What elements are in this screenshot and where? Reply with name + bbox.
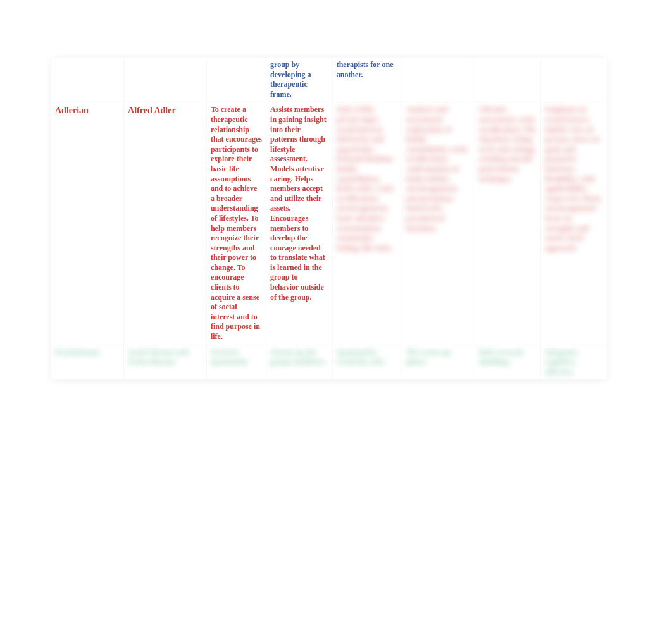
document-page: group by developing a therapeutic frame.… (51, 57, 607, 380)
table-row: Adlerian Alfred Adler To create a therap… (51, 102, 607, 345)
cell: therapists for one another. (332, 58, 402, 102)
cell: group by developing a therapeutic frame. (266, 58, 333, 102)
blurred-cell: To foster spontaneity (206, 345, 266, 380)
cell (475, 58, 541, 102)
blurred-cell: Analysis and assessment; exploration of … (402, 102, 475, 345)
blurred-cell: The warm-up phase; (402, 345, 475, 380)
blurred-cell: Spontaneity; creativity; tele; (332, 345, 402, 380)
blurred-cell: Warms up the group; facilitates (266, 345, 333, 380)
blurred-cell: Lifestyle assessment; early recollection… (475, 102, 541, 345)
blurred-cell: Role reversal; doubling; (475, 345, 541, 380)
blurred-cell: Emphasis on social factors; holistic vie… (541, 102, 607, 345)
cell (402, 58, 475, 102)
theories-table: group by developing a therapeutic frame.… (51, 57, 607, 380)
cell (124, 58, 207, 102)
table-row: group by developing a therapeutic frame.… (51, 58, 607, 102)
table-row: Psychodrama Jacob Moreno and Zerka Moren… (51, 345, 607, 380)
theory-name: Adlerian (51, 102, 124, 345)
cell (206, 58, 266, 102)
cell: To create a therapeutic relationship tha… (206, 102, 266, 345)
blurred-cell: Jacob Moreno and Zerka Moreno (124, 345, 207, 380)
theorist-name: Alfred Adler (124, 102, 207, 345)
cell: Assists members in gaining insight into … (266, 102, 333, 345)
blurred-cell: Style of life; private logic; social int… (332, 102, 402, 345)
blurred-cell: Psychodrama (51, 345, 124, 380)
cell (51, 58, 124, 102)
cell (541, 58, 607, 102)
blurred-cell: Integrates cognitive, affective, (541, 345, 607, 380)
